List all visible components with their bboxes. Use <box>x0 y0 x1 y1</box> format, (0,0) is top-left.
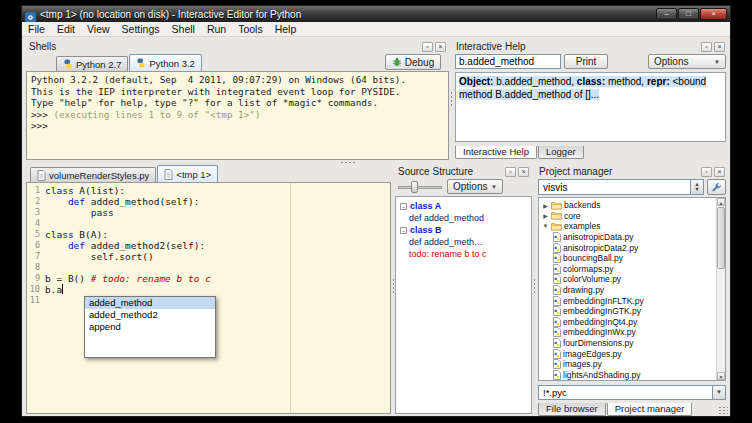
line-number: 7 <box>27 251 45 262</box>
menu-tools[interactable]: Tools <box>232 23 269 35</box>
code-line: 3 pass <box>27 207 390 218</box>
splitter-handle[interactable] <box>450 91 453 107</box>
code-line: 5class B(A): <box>27 229 390 240</box>
project-config-button[interactable] <box>707 179 726 195</box>
maximize-button[interactable]: □ <box>678 8 699 20</box>
spinner-arrows-icon[interactable]: ▲▼ <box>690 180 703 194</box>
structure-item[interactable]: todo: rename b to c <box>396 248 531 260</box>
python-file-icon <box>553 306 561 316</box>
scroll-up-icon[interactable]: ▲ <box>717 198 725 206</box>
tree-item-folder[interactable]: ▼examples <box>539 221 725 232</box>
tree-item-file[interactable]: embeddingInFLTK.py <box>539 295 725 306</box>
splitter-handle[interactable] <box>340 161 356 164</box>
shell-tab-label: Python 2.7 <box>76 59 121 70</box>
float-icon[interactable]: ▫ <box>701 42 712 52</box>
scrollbar[interactable]: ▲ ▼ <box>716 198 725 380</box>
autocomplete-item[interactable]: added_method <box>85 297 215 309</box>
structure-item[interactable]: -class B <box>396 224 531 236</box>
structure-item[interactable]: def added_method <box>396 212 531 224</box>
tree-item-file[interactable]: embeddingInGTK.py <box>539 306 725 317</box>
scroll-down-icon[interactable]: ▼ <box>717 372 725 380</box>
help-content[interactable]: Object: b.added_method, class: method, r… <box>455 72 726 142</box>
help-query-input[interactable] <box>455 54 561 69</box>
help-tab-logger[interactable]: Logger <box>538 146 584 159</box>
debug-button[interactable]: Debug <box>385 54 441 70</box>
menu-edit[interactable]: Edit <box>51 23 81 35</box>
autocomplete-item[interactable]: added_method2 <box>85 309 215 321</box>
project-header: Project manager ▫ × <box>536 165 728 178</box>
tree-item-label: drawing.py <box>563 285 604 295</box>
chevron-down-icon[interactable]: ▼ <box>712 386 725 399</box>
shell-tab[interactable]: Python 3.2 <box>129 54 201 71</box>
close-button[interactable]: × <box>700 8 727 20</box>
dock-tab-project-manager[interactable]: Project manager <box>607 403 693 416</box>
text-caret <box>62 284 63 294</box>
structure-depth-slider[interactable] <box>398 181 442 193</box>
autocomplete-item[interactable]: append <box>85 321 215 333</box>
tree-item-file[interactable]: lightsAndShading.py <box>539 370 725 381</box>
close-icon[interactable]: × <box>518 167 529 177</box>
collapse-icon[interactable]: - <box>400 227 407 234</box>
tree-item-file[interactable]: imageEdges.py <box>539 348 725 359</box>
shell-line: Python 3.2.2 (default, Sep 4 2011, 09:07… <box>31 74 444 86</box>
project-manager-panel: Project manager ▫ × visvis ▲▼ ▶backends▶… <box>536 165 728 416</box>
print-button[interactable]: Print <box>564 54 608 69</box>
resize-grip[interactable] <box>718 406 728 415</box>
menu-file[interactable]: File <box>22 23 51 35</box>
tree-item-folder[interactable]: ▶core <box>539 211 725 222</box>
chevron-right-icon[interactable]: ▶ <box>542 202 549 209</box>
splitter-handle[interactable] <box>533 278 536 294</box>
menu-help[interactable]: Help <box>269 23 303 35</box>
slider-handle[interactable] <box>411 181 418 193</box>
close-icon[interactable]: × <box>714 167 725 177</box>
editor-tab[interactable]: <tmp 1> <box>157 165 218 182</box>
help-tab-interactive-help[interactable]: Interactive Help <box>455 146 537 159</box>
tree-item-file[interactable]: anisotropicData2.py <box>539 242 725 253</box>
dock-tab-bar: File browserProject manager <box>538 403 692 416</box>
structure-item[interactable]: -class A <box>396 200 531 212</box>
tree-item-label: embeddingInWx.py <box>563 327 636 337</box>
file-filter-combo[interactable]: !*.pyc ▼ <box>538 385 726 400</box>
chevron-right-icon[interactable]: ▶ <box>542 212 549 219</box>
tree-item-label: embeddingInFLTK.py <box>563 296 644 306</box>
tree-item-file[interactable]: colorVolume.py <box>539 274 725 285</box>
tree-item-file[interactable]: embeddingInQt4.py <box>539 317 725 328</box>
code-line: 4 <box>27 218 390 229</box>
shell-output[interactable]: Python 3.2.2 (default, Sep 4 2011, 09:07… <box>26 71 449 160</box>
tree-item-folder[interactable]: ▶backends <box>539 200 725 211</box>
tree-item-file[interactable]: anisotropicData.py <box>539 232 725 243</box>
float-icon[interactable]: ▫ <box>701 167 712 177</box>
structure-item[interactable]: def added_method2 <box>396 236 531 248</box>
splitter-handle[interactable] <box>392 278 395 294</box>
project-tree[interactable]: ▶backends▶core▼examplesanisotropicData.p… <box>538 197 726 381</box>
close-icon[interactable]: × <box>435 42 446 52</box>
menu-run[interactable]: Run <box>201 23 232 35</box>
dock-tab-file-browser[interactable]: File browser <box>538 403 606 416</box>
menu-settings[interactable]: Settings <box>116 23 166 35</box>
close-icon[interactable]: × <box>714 42 725 52</box>
float-icon[interactable]: ▫ <box>422 42 433 52</box>
tree-item-file[interactable]: embeddingInWx.py <box>539 327 725 338</box>
tree-item-file[interactable]: images.py <box>539 359 725 370</box>
tree-item-file[interactable]: bouncingBall.py <box>539 253 725 264</box>
structure-tree[interactable]: -class Adef added_method-class Bdef adde… <box>395 196 532 414</box>
shell-tab[interactable]: Python 2.7 <box>56 56 128 71</box>
float-icon[interactable]: ▫ <box>505 167 516 177</box>
title-bar[interactable]: <tmp 1> (no location on disk) - Interact… <box>22 6 730 22</box>
menu-shell[interactable]: Shell <box>166 23 201 35</box>
editor-tab[interactable]: volumeRenderStyles.py <box>30 167 156 182</box>
structure-options-button[interactable]: Options ▼ <box>447 179 503 194</box>
minimize-button[interactable]: – <box>656 8 677 20</box>
tree-item-file[interactable]: fourDimensions.py <box>539 338 725 349</box>
help-options-button[interactable]: Options ▼ <box>648 54 726 69</box>
project-selector[interactable]: visvis ▲▼ <box>538 179 704 195</box>
code-line: 2 def added_method(self): <box>27 196 390 207</box>
collapse-icon[interactable]: - <box>400 203 407 210</box>
shells-header: Shells ▫ × <box>26 40 449 53</box>
help-title: Interactive Help <box>456 41 525 52</box>
menu-view[interactable]: View <box>81 23 116 35</box>
tree-item-file[interactable]: colormaps.py <box>539 264 725 275</box>
tree-item-file[interactable]: drawing.py <box>539 285 725 296</box>
chevron-down-icon[interactable]: ▼ <box>542 223 549 229</box>
scroll-thumb[interactable] <box>717 207 725 269</box>
